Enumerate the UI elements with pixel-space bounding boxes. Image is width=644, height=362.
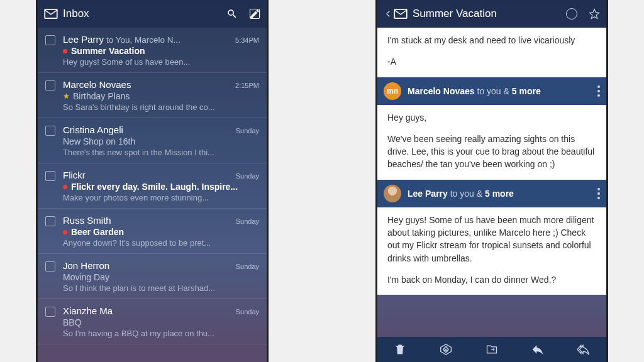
- inbox-row[interactable]: FlickrSundayFlickr every day. Smile. Lau…: [38, 163, 267, 209]
- row-content: Russ SmithSundayBeer GardenAnyone down? …: [63, 215, 259, 248]
- inbox-row[interactable]: Jon HerronSundayMoving DaySo I think the…: [38, 254, 267, 299]
- row-checkbox[interactable]: [45, 261, 55, 272]
- message-header[interactable]: Lee Parry to you & 5 more: [377, 180, 606, 207]
- message-from-line: Lee Parry to you & 5 more: [408, 189, 597, 199]
- row-time: Sunday: [236, 172, 259, 180]
- message-body: Hey guys! Some of us have been much more…: [377, 207, 606, 295]
- message-from-line: Marcelo Novaes to you & 5 more: [408, 86, 597, 96]
- search-icon[interactable]: [226, 8, 238, 19]
- row-preview: So Sara's birthday is right around the c…: [63, 102, 259, 112]
- avatar: mn: [384, 82, 401, 100]
- inbox-row[interactable]: Lee Parry to You, Marcelo N...5:34PMSumm…: [38, 28, 267, 73]
- row-sender: Russ Smith: [63, 215, 111, 226]
- row-content: Cristina AngeliSundayNew Shop on 16thThe…: [63, 124, 259, 157]
- reply-icon[interactable]: [531, 343, 544, 356]
- inbox-row[interactable]: Xianzhe MaSundayBBQSo I'm having a BBQ a…: [38, 299, 267, 344]
- message-recipients: to you &: [475, 86, 512, 96]
- row-sender: Jon Herron: [63, 260, 109, 271]
- message-text: Hey guys,: [387, 111, 596, 124]
- row-subject: Moving Day: [63, 272, 109, 282]
- row-content: Marcelo Novaes2:15PM★Birthday PlansSo Sa…: [63, 79, 259, 112]
- row-time: Sunday: [236, 217, 259, 225]
- star-icon[interactable]: [589, 8, 600, 19]
- message-sender: Lee Parry: [408, 189, 448, 199]
- inbox-row[interactable]: Cristina AngeliSundayNew Shop on 16thThe…: [38, 118, 267, 163]
- mark-unread-icon[interactable]: [566, 8, 577, 19]
- row-recipients: to You, Marcelo N...: [106, 35, 230, 45]
- row-content: Xianzhe MaSundayBBQSo I'm having a BBQ a…: [63, 305, 259, 338]
- thread-body: I'm stuck at my desk and need to live vi…: [377, 28, 606, 337]
- inbox-phone: Inbox Lee Parry to You, Marcelo N...5:34…: [36, 0, 269, 362]
- message-menu-icon[interactable]: [597, 188, 600, 199]
- reply-all-icon[interactable]: [577, 343, 590, 356]
- row-time: 2:15PM: [235, 82, 259, 89]
- thread-toolbar: [377, 337, 606, 362]
- row-checkbox[interactable]: [45, 307, 55, 317]
- inbox-row[interactable]: Marcelo Novaes2:15PM★Birthday PlansSo Sa…: [38, 73, 267, 118]
- message-body: Hey guys,We've been seeing really amazin…: [377, 105, 606, 180]
- row-preview: Make your photos even more stunning...: [63, 193, 259, 202]
- spam-icon[interactable]: [440, 343, 452, 356]
- message-header[interactable]: mnMarcelo Novaes to you & 5 more: [377, 77, 606, 105]
- row-sender: Cristina Angeli: [63, 124, 123, 135]
- back-icon[interactable]: [384, 9, 392, 18]
- message-text: Hey guys! Some of us have been much more…: [387, 214, 596, 265]
- message-body: I'm stuck at my desk and need to live vi…: [377, 28, 606, 77]
- row-sender: Lee Parry: [63, 34, 104, 45]
- message-text: We've been seeing really amazing sights …: [387, 133, 596, 171]
- row-preview: There's this new spot in the Mission I t…: [63, 148, 259, 157]
- star-marker-icon: ★: [63, 92, 70, 101]
- row-preview: So I'm having a BBQ at my place on thu..…: [63, 329, 259, 338]
- row-sender: Flickr: [63, 170, 86, 180]
- unread-dot-icon: [63, 49, 67, 53]
- row-subject: BBQ: [63, 317, 82, 327]
- message-menu-icon[interactable]: [597, 85, 600, 97]
- row-preview: So I think the plan is to meet at Harsha…: [63, 283, 259, 293]
- thread-phone: Summer Vacation I'm stuck at my desk and…: [375, 0, 608, 362]
- row-time: 5:34PM: [235, 36, 259, 44]
- unread-dot-icon: [63, 230, 67, 234]
- row-subject: Birthday Plans: [73, 91, 130, 101]
- inbox-actions: [226, 8, 260, 19]
- row-content: Jon HerronSundayMoving DaySo I think the…: [63, 260, 259, 293]
- message-signature: -A: [387, 55, 596, 68]
- row-preview: Anyone down? It's supposed to be pret...: [63, 238, 259, 248]
- unread-dot-icon: [63, 185, 67, 189]
- row-time: Sunday: [236, 263, 259, 270]
- row-time: Sunday: [236, 308, 259, 315]
- row-checkbox[interactable]: [45, 80, 55, 90]
- row-sender: Xianzhe Ma: [63, 305, 113, 316]
- row-content: Lee Parry to You, Marcelo N...5:34PMSumm…: [63, 34, 259, 67]
- row-checkbox[interactable]: [45, 126, 55, 136]
- message-more-count: 5 more: [512, 86, 541, 96]
- compose-icon[interactable]: [249, 8, 260, 19]
- row-time: Sunday: [236, 127, 259, 134]
- inbox-header: Inbox: [38, 0, 267, 28]
- mail-icon: [394, 9, 408, 19]
- row-subject: Flickr every day. Smile. Laugh. Inspire.…: [71, 182, 238, 192]
- message-text: I'm back on Monday, I can do dinner Wed.…: [387, 273, 596, 286]
- thread-header: Summer Vacation: [377, 0, 606, 28]
- row-subject: Summer Vacation: [71, 46, 145, 56]
- row-checkbox[interactable]: [45, 35, 55, 45]
- message-text: I'm stuck at my desk and need to live vi…: [387, 34, 596, 47]
- row-checkbox[interactable]: [45, 171, 55, 181]
- delete-icon[interactable]: [394, 343, 406, 356]
- move-icon[interactable]: [486, 343, 498, 356]
- message-more-count: 5 more: [485, 189, 514, 199]
- row-subject: New Shop on 16th: [63, 136, 135, 146]
- inbox-list: Lee Parry to You, Marcelo N...5:34PMSumm…: [38, 28, 267, 344]
- avatar: [384, 185, 401, 202]
- thread-title: Summer Vacation: [413, 8, 566, 20]
- message-recipients: to you &: [448, 189, 485, 199]
- inbox-title: Inbox: [63, 8, 226, 20]
- row-preview: Hey guys! Some of us have been...: [63, 57, 259, 67]
- row-checkbox[interactable]: [45, 216, 55, 226]
- mail-icon: [44, 9, 58, 19]
- row-subject: Beer Garden: [71, 227, 124, 237]
- inbox-row[interactable]: Russ SmithSundayBeer GardenAnyone down? …: [38, 209, 267, 254]
- thread-actions: [566, 8, 600, 19]
- row-content: FlickrSundayFlickr every day. Smile. Lau…: [63, 170, 259, 202]
- message-sender: Marcelo Novaes: [408, 86, 475, 96]
- row-sender: Marcelo Novaes: [63, 79, 131, 90]
